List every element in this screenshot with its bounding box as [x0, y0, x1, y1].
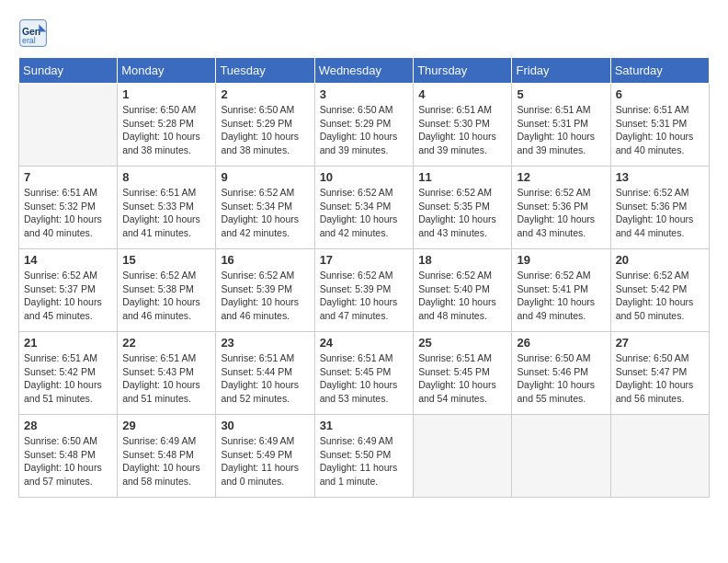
calendar-cell: 20Sunrise: 6:52 AMSunset: 5:42 PMDayligh… [610, 249, 709, 332]
day-info: Sunrise: 6:50 AMSunset: 5:29 PMDaylight:… [221, 103, 309, 157]
day-info: Sunrise: 6:51 AMSunset: 5:31 PMDaylight:… [616, 103, 704, 157]
day-number: 16 [221, 253, 309, 267]
day-number: 27 [616, 336, 704, 350]
day-info: Sunrise: 6:51 AMSunset: 5:32 PMDaylight:… [24, 186, 112, 240]
day-number: 7 [24, 170, 112, 184]
calendar-cell: 16Sunrise: 6:52 AMSunset: 5:39 PMDayligh… [216, 249, 314, 332]
calendar-cell: 23Sunrise: 6:51 AMSunset: 5:44 PMDayligh… [216, 332, 314, 415]
calendar-week-row: 21Sunrise: 6:51 AMSunset: 5:42 PMDayligh… [19, 332, 710, 415]
day-number: 8 [122, 170, 210, 184]
weekday-header: Friday [512, 58, 610, 84]
day-info: Sunrise: 6:52 AMSunset: 5:34 PMDaylight:… [320, 186, 409, 240]
day-number: 22 [122, 336, 210, 350]
day-info: Sunrise: 6:52 AMSunset: 5:39 PMDaylight:… [320, 269, 409, 323]
day-info: Sunrise: 6:51 AMSunset: 5:45 PMDaylight:… [320, 351, 409, 406]
day-info: Sunrise: 6:51 AMSunset: 5:44 PMDaylight:… [221, 351, 309, 406]
day-number: 13 [616, 170, 704, 184]
day-number: 31 [320, 419, 409, 432]
calendar-cell: 21Sunrise: 6:51 AMSunset: 5:42 PMDayligh… [19, 332, 118, 415]
day-info: Sunrise: 6:51 AMSunset: 5:45 PMDaylight:… [418, 351, 506, 406]
day-info: Sunrise: 6:51 AMSunset: 5:43 PMDaylight:… [122, 351, 210, 406]
calendar-week-row: 28Sunrise: 6:50 AMSunset: 5:48 PMDayligh… [19, 415, 710, 498]
svg-text:Gen: Gen [22, 27, 40, 37]
logo: Gen eral [18, 18, 51, 48]
day-info: Sunrise: 6:49 AMSunset: 5:49 PMDaylight:… [221, 434, 309, 488]
weekday-header: Saturday [610, 58, 709, 84]
day-info: Sunrise: 6:51 AMSunset: 5:30 PMDaylight:… [418, 103, 506, 157]
calendar-cell: 27Sunrise: 6:50 AMSunset: 5:47 PMDayligh… [610, 332, 709, 415]
day-number: 18 [418, 253, 506, 267]
svg-text:eral: eral [22, 36, 36, 45]
day-info: Sunrise: 6:50 AMSunset: 5:48 PMDaylight:… [24, 434, 112, 488]
day-info: Sunrise: 6:51 AMSunset: 5:33 PMDaylight:… [122, 186, 210, 240]
calendar-cell: 1Sunrise: 6:50 AMSunset: 5:28 PMDaylight… [118, 84, 216, 167]
day-info: Sunrise: 6:52 AMSunset: 5:42 PMDaylight:… [616, 269, 704, 323]
day-number: 11 [418, 170, 506, 184]
day-info: Sunrise: 6:51 AMSunset: 5:31 PMDaylight:… [517, 103, 605, 157]
weekday-header: Monday [118, 58, 216, 84]
calendar-cell: 4Sunrise: 6:51 AMSunset: 5:30 PMDaylight… [414, 84, 512, 167]
calendar-header-row: SundayMondayTuesdayWednesdayThursdayFrid… [19, 58, 710, 84]
calendar-cell: 11Sunrise: 6:52 AMSunset: 5:35 PMDayligh… [414, 167, 512, 249]
day-number: 4 [418, 87, 506, 101]
weekday-header: Wednesday [314, 58, 414, 84]
calendar-cell: 8Sunrise: 6:51 AMSunset: 5:33 PMDaylight… [118, 167, 216, 249]
day-number: 14 [24, 253, 112, 267]
day-number: 30 [221, 419, 309, 432]
day-info: Sunrise: 6:50 AMSunset: 5:46 PMDaylight:… [517, 351, 605, 406]
day-number: 6 [616, 87, 704, 101]
day-number: 12 [517, 170, 605, 184]
calendar-cell: 5Sunrise: 6:51 AMSunset: 5:31 PMDaylight… [512, 84, 610, 167]
day-number: 25 [418, 336, 506, 350]
day-number: 19 [517, 253, 605, 267]
calendar-cell: 13Sunrise: 6:52 AMSunset: 5:36 PMDayligh… [610, 167, 709, 249]
day-info: Sunrise: 6:52 AMSunset: 5:34 PMDaylight:… [221, 186, 309, 240]
day-info: Sunrise: 6:49 AMSunset: 5:50 PMDaylight:… [320, 434, 409, 488]
weekday-header: Thursday [414, 58, 512, 84]
day-number: 29 [122, 419, 210, 432]
day-info: Sunrise: 6:52 AMSunset: 5:36 PMDaylight:… [616, 186, 704, 240]
day-number: 23 [221, 336, 309, 350]
weekday-header: Sunday [19, 58, 118, 84]
day-number: 28 [24, 419, 112, 432]
calendar-cell [512, 415, 610, 498]
calendar-cell: 15Sunrise: 6:52 AMSunset: 5:38 PMDayligh… [118, 249, 216, 332]
calendar-cell: 31Sunrise: 6:49 AMSunset: 5:50 PMDayligh… [314, 415, 414, 498]
day-info: Sunrise: 6:51 AMSunset: 5:42 PMDaylight:… [24, 351, 112, 406]
calendar-cell: 29Sunrise: 6:49 AMSunset: 5:48 PMDayligh… [118, 415, 216, 498]
calendar-week-row: 7Sunrise: 6:51 AMSunset: 5:32 PMDaylight… [19, 167, 710, 249]
calendar-cell: 30Sunrise: 6:49 AMSunset: 5:49 PMDayligh… [216, 415, 314, 498]
day-number: 26 [517, 336, 605, 350]
day-number: 24 [320, 336, 409, 350]
calendar-cell: 24Sunrise: 6:51 AMSunset: 5:45 PMDayligh… [314, 332, 414, 415]
day-number: 17 [320, 253, 409, 267]
day-number: 9 [221, 170, 309, 184]
day-info: Sunrise: 6:50 AMSunset: 5:29 PMDaylight:… [320, 103, 409, 157]
day-info: Sunrise: 6:52 AMSunset: 5:35 PMDaylight:… [418, 186, 506, 240]
day-info: Sunrise: 6:50 AMSunset: 5:28 PMDaylight:… [122, 103, 210, 157]
day-number: 1 [122, 87, 210, 101]
day-number: 2 [221, 87, 309, 101]
calendar-cell: 22Sunrise: 6:51 AMSunset: 5:43 PMDayligh… [118, 332, 216, 415]
calendar-cell: 10Sunrise: 6:52 AMSunset: 5:34 PMDayligh… [314, 167, 414, 249]
calendar-cell: 28Sunrise: 6:50 AMSunset: 5:48 PMDayligh… [19, 415, 118, 498]
day-info: Sunrise: 6:50 AMSunset: 5:47 PMDaylight:… [616, 351, 704, 406]
calendar-cell: 2Sunrise: 6:50 AMSunset: 5:29 PMDaylight… [216, 84, 314, 167]
calendar-cell: 7Sunrise: 6:51 AMSunset: 5:32 PMDaylight… [19, 167, 118, 249]
day-number: 15 [122, 253, 210, 267]
calendar-cell: 14Sunrise: 6:52 AMSunset: 5:37 PMDayligh… [19, 249, 118, 332]
day-info: Sunrise: 6:52 AMSunset: 5:37 PMDaylight:… [24, 269, 112, 323]
calendar-cell: 12Sunrise: 6:52 AMSunset: 5:36 PMDayligh… [512, 167, 610, 249]
day-info: Sunrise: 6:52 AMSunset: 5:39 PMDaylight:… [221, 269, 309, 323]
calendar-cell: 9Sunrise: 6:52 AMSunset: 5:34 PMDaylight… [216, 167, 314, 249]
day-info: Sunrise: 6:49 AMSunset: 5:48 PMDaylight:… [122, 434, 210, 488]
day-info: Sunrise: 6:52 AMSunset: 5:40 PMDaylight:… [418, 269, 506, 323]
weekday-header: Tuesday [216, 58, 314, 84]
calendar-week-row: 1Sunrise: 6:50 AMSunset: 5:28 PMDaylight… [19, 84, 710, 167]
day-number: 10 [320, 170, 409, 184]
day-number: 5 [517, 87, 605, 101]
day-number: 21 [24, 336, 112, 350]
calendar-cell [610, 415, 709, 498]
page-header: Gen eral [18, 18, 710, 48]
calendar-cell: 26Sunrise: 6:50 AMSunset: 5:46 PMDayligh… [512, 332, 610, 415]
